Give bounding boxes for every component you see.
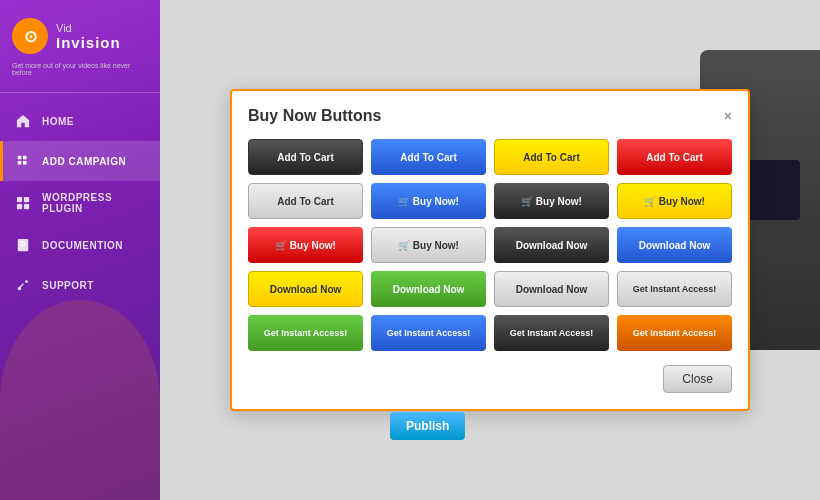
buy-now-buttons-modal: Buy Now Buttons × Add To Cart Add To Car…: [230, 89, 750, 411]
book-icon: [14, 236, 32, 254]
modal-title: Buy Now Buttons: [248, 107, 381, 125]
sidebar-item-support[interactable]: SUPPORT: [0, 265, 160, 305]
sidebar-nav: HOME ADD CAMPAIGN WORDPRESS PLUGIN DOCUM…: [0, 101, 160, 305]
sidebar-item-wordpress[interactable]: WORDPRESS PLUGIN: [0, 181, 160, 225]
modal-close-x-button[interactable]: ×: [724, 108, 732, 124]
close-button[interactable]: Close: [663, 365, 732, 393]
logo: ⊙ Vid Invision: [0, 0, 133, 60]
logo-icon: ⊙: [12, 18, 48, 54]
download-now-blue-button[interactable]: Download Now: [617, 227, 732, 263]
add-to-cart-blue-button[interactable]: Add To Cart: [371, 139, 486, 175]
nav-label-campaign: ADD CAMPAIGN: [42, 156, 126, 167]
get-instant-access-green-button[interactable]: Get Instant Access!: [248, 315, 363, 351]
svg-rect-2: [17, 204, 22, 209]
modal-footer: Close: [248, 365, 732, 393]
nav-label-wordpress: WORDPRESS PLUGIN: [42, 192, 146, 214]
modal-header: Buy Now Buttons ×: [248, 107, 732, 125]
logo-text: Vid Invision: [56, 22, 121, 51]
get-instant-access-orange-button[interactable]: Get Instant Access!: [617, 315, 732, 351]
puzzle-icon: [14, 194, 32, 212]
download-now-dark-button[interactable]: Download Now: [494, 227, 609, 263]
svg-rect-3: [24, 204, 29, 209]
svg-point-7: [18, 287, 22, 291]
plus-icon: [14, 152, 32, 170]
download-now-yellow-button[interactable]: Download Now: [248, 271, 363, 307]
sidebar-item-home[interactable]: HOME: [0, 101, 160, 141]
add-to-cart-silver-button[interactable]: Add To Cart: [248, 183, 363, 219]
add-to-cart-dark-button[interactable]: Add To Cart: [248, 139, 363, 175]
svg-rect-1: [24, 197, 29, 202]
sidebar-item-add-campaign[interactable]: ADD CAMPAIGN: [0, 141, 160, 181]
nav-label-home: HOME: [42, 116, 74, 127]
sidebar: ⊙ Vid Invision Get more out of your vide…: [0, 0, 160, 500]
buy-now-red-button[interactable]: 🛒 Buy Now!: [248, 227, 363, 263]
button-grid: Add To Cart Add To Cart Add To Cart Add …: [248, 139, 732, 351]
main-content: Buy Now Buttons × Add To Cart Add To Car…: [160, 0, 820, 500]
sidebar-divider: [0, 92, 160, 93]
nav-label-support: SUPPORT: [42, 280, 94, 291]
svg-rect-0: [17, 197, 22, 202]
download-now-silver-button[interactable]: Download Now: [494, 271, 609, 307]
add-to-cart-red-button[interactable]: Add To Cart: [617, 139, 732, 175]
get-instant-access-blue-button[interactable]: Get Instant Access!: [371, 315, 486, 351]
sidebar-item-documentation[interactable]: DOCUMENTION: [0, 225, 160, 265]
modal-overlay: Buy Now Buttons × Add To Cart Add To Car…: [160, 0, 820, 500]
buy-now-blue-button[interactable]: 🛒 Buy Now!: [371, 183, 486, 219]
add-to-cart-yellow-button[interactable]: Add To Cart: [494, 139, 609, 175]
publish-button[interactable]: Publish: [390, 412, 465, 440]
buy-now-silver-button[interactable]: 🛒 Buy Now!: [371, 227, 486, 263]
wrench-icon: [14, 276, 32, 294]
logo-tagline: Get more out of your videos like never b…: [0, 60, 160, 78]
get-instant-access-silver-button[interactable]: Get Instant Access!: [617, 271, 732, 307]
home-icon: [14, 112, 32, 130]
logo-vid: Vid: [56, 22, 121, 34]
buy-now-dark-button[interactable]: 🛒 Buy Now!: [494, 183, 609, 219]
nav-label-documentation: DOCUMENTION: [42, 240, 123, 251]
get-instant-access-dark-button[interactable]: Get Instant Access!: [494, 315, 609, 351]
logo-invision: Invision: [56, 34, 121, 51]
buy-now-yellow-button[interactable]: 🛒 Buy Now!: [617, 183, 732, 219]
download-now-green-button[interactable]: Download Now: [371, 271, 486, 307]
